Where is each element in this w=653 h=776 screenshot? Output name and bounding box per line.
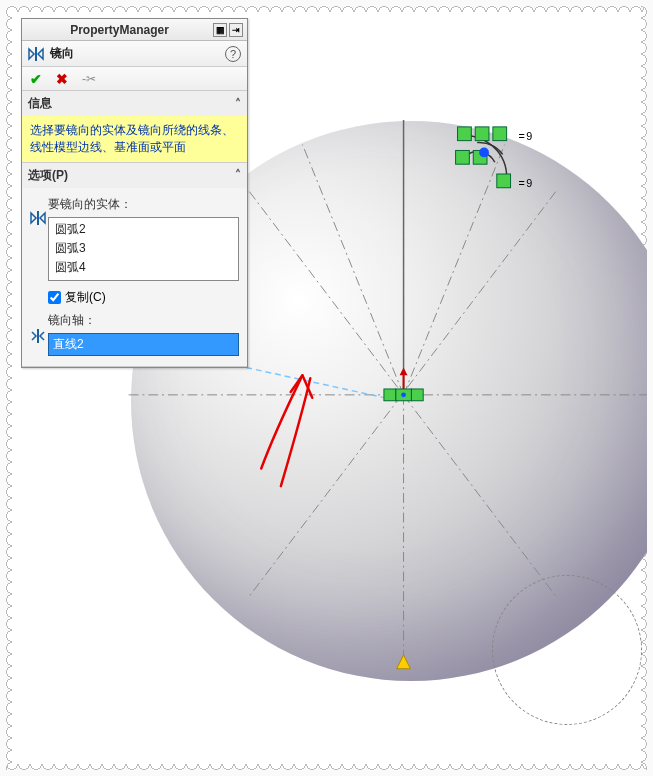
keep-visible-button[interactable]: -✂ bbox=[82, 72, 96, 86]
cancel-button[interactable]: ✖ bbox=[56, 71, 68, 87]
axis-selection-box[interactable]: 直线2 bbox=[48, 333, 239, 356]
command-header: 镜向 ? bbox=[22, 41, 247, 67]
mirror-entities-icon bbox=[30, 210, 46, 226]
options-section: 选项(P) ˄ 要镜向的实体： 圆弧2 圆弧3 圆弧4 复制(C) bbox=[22, 163, 247, 367]
svg-rect-24 bbox=[37, 329, 39, 343]
options-header[interactable]: 选项(P) ˄ bbox=[22, 163, 247, 188]
list-item[interactable]: 圆弧3 bbox=[51, 239, 236, 258]
help-button[interactable]: ? bbox=[225, 46, 241, 62]
small-sphere-sketch bbox=[492, 575, 642, 725]
svg-rect-22 bbox=[35, 47, 37, 61]
info-header[interactable]: 信息 ˄ bbox=[22, 91, 247, 116]
ok-button[interactable]: ✔ bbox=[30, 71, 42, 87]
axis-label: 镜向轴： bbox=[48, 312, 239, 329]
property-manager-panel: PropertyManager ▦ ⇥ 镜向 ? ✔ ✖ -✂ 信息 ˄ bbox=[21, 18, 248, 368]
info-section: 信息 ˄ 选择要镜向的实体及镜向所绕的线条、线性模型边线、基准面或平面 bbox=[22, 91, 247, 163]
command-name: 镜向 bbox=[50, 45, 219, 62]
action-row: ✔ ✖ -✂ bbox=[22, 67, 247, 91]
mirror-icon bbox=[28, 46, 44, 62]
info-text: 选择要镜向的实体及镜向所绕的线条、线性模型边线、基准面或平面 bbox=[22, 116, 247, 162]
copy-checkbox[interactable] bbox=[48, 291, 61, 304]
panel-layout-icon[interactable]: ▦ bbox=[213, 23, 227, 37]
panel-title: PropertyManager bbox=[26, 23, 213, 37]
panel-titlebar: PropertyManager ▦ ⇥ bbox=[22, 19, 247, 41]
svg-text:9: 9 bbox=[526, 130, 532, 142]
copy-label: 复制(C) bbox=[65, 289, 106, 306]
entities-listbox[interactable]: 圆弧2 圆弧3 圆弧4 bbox=[48, 217, 239, 281]
panel-pin-icon[interactable]: ⇥ bbox=[229, 23, 243, 37]
chevron-up-icon: ˄ bbox=[235, 168, 241, 182]
axis-value: 直线2 bbox=[53, 337, 84, 351]
list-item[interactable]: 圆弧4 bbox=[51, 258, 236, 277]
options-header-label: 选项(P) bbox=[28, 167, 68, 184]
eq-label-1: = bbox=[518, 130, 524, 142]
svg-rect-23 bbox=[37, 211, 39, 225]
list-item[interactable]: 圆弧2 bbox=[51, 220, 236, 239]
chevron-up-icon: ˄ bbox=[235, 97, 241, 111]
mirror-axis-icon bbox=[30, 328, 46, 344]
entities-label: 要镜向的实体： bbox=[48, 196, 239, 213]
info-header-label: 信息 bbox=[28, 95, 52, 112]
